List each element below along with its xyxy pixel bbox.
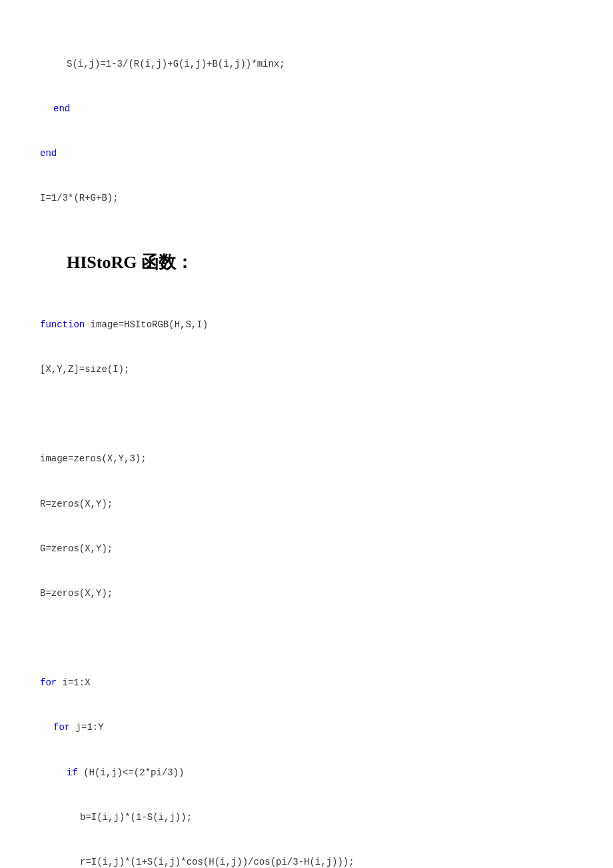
code-line: [X,Y,Z]=size(I);: [40, 362, 573, 377]
code-line: I=1/3*(R+G+B);: [40, 191, 573, 205]
code-line: for i=1:X: [40, 675, 573, 690]
code-line: B=zeros(X,Y);: [40, 586, 573, 601]
code-body: function image=HSItoRGB(H,S,I) [X,Y,Z]=s…: [40, 287, 573, 868]
code-container: S(i,j)=1-3/(R(i,j)+G(i,j)+B(i,j))*minx; …: [40, 27, 573, 868]
section-heading: HIStoRG 函数：: [67, 249, 573, 277]
code-line: if (H(i,j)<=(2*pi/3)): [40, 765, 573, 780]
blank-line: [40, 631, 573, 645]
code-pre-heading: S(i,j)=1-3/(R(i,j)+G(i,j)+B(i,j))*minx; …: [40, 27, 573, 235]
code-line: image=zeros(X,Y,3);: [40, 451, 573, 466]
code-line: for j=1:Y: [40, 720, 573, 735]
blank-line: [40, 407, 573, 421]
code-line: b=I(i,j)*(1-S(i,j));: [40, 810, 573, 825]
code-line: R=zeros(X,Y);: [40, 497, 573, 511]
code-line: end: [40, 146, 573, 161]
code-line: r=I(i,j)*(1+S(i,j)*cos(H(i,j))/cos(pi/3-…: [40, 855, 573, 868]
code-line: end: [40, 101, 573, 116]
code-line: function image=HSItoRGB(H,S,I): [40, 317, 573, 332]
code-line: G=zeros(X,Y);: [40, 541, 573, 556]
code-line: S(i,j)=1-3/(R(i,j)+G(i,j)+B(i,j))*minx;: [40, 57, 573, 71]
